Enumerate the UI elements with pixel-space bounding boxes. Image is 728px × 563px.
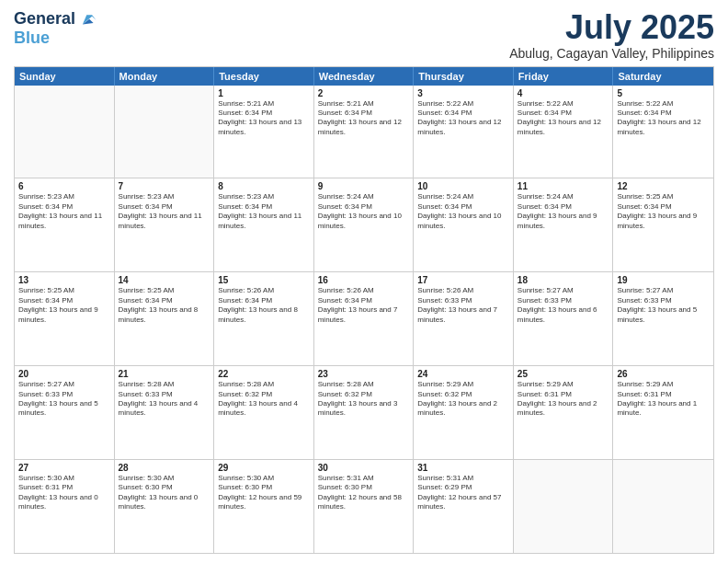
- daylight: Daylight: 13 hours and 2 minutes.: [518, 399, 609, 419]
- daylight: Daylight: 13 hours and 12 minutes.: [518, 118, 609, 137]
- sunrise: Sunrise: 5:24 AM: [417, 192, 509, 201]
- day-number: 7: [119, 181, 210, 191]
- sunset: Sunset: 6:32 PM: [417, 390, 509, 399]
- sunrise: Sunrise: 5:22 AM: [617, 99, 710, 109]
- header: General Blue July 2025 Abulug, Cagayan V…: [14, 9, 714, 61]
- sunrise: Sunrise: 5:31 AM: [417, 474, 509, 483]
- day-number: 5: [617, 88, 710, 98]
- daylight: Daylight: 13 hours and 12 minutes.: [617, 118, 710, 137]
- sunrise: Sunrise: 5:26 AM: [417, 286, 509, 295]
- cal-cell-5-5: 31Sunrise: 5:31 AMSunset: 6:29 PMDayligh…: [414, 460, 514, 553]
- sunset: Sunset: 6:34 PM: [218, 109, 310, 118]
- sunrise: Sunrise: 5:25 AM: [119, 286, 210, 295]
- day-number: 17: [417, 275, 509, 285]
- sunset: Sunset: 6:34 PM: [518, 109, 609, 118]
- sunrise: Sunrise: 5:22 AM: [417, 99, 509, 109]
- day-number: 6: [18, 181, 110, 191]
- cal-cell-1-6: 4Sunrise: 5:22 AMSunset: 6:34 PMDaylight…: [514, 86, 614, 178]
- logo-text-general: General: [14, 10, 75, 29]
- day-number: 10: [417, 181, 509, 191]
- sunrise: Sunrise: 5:30 AM: [218, 474, 310, 483]
- daylight: Daylight: 13 hours and 4 minutes.: [119, 399, 210, 419]
- sunrise: Sunrise: 5:28 AM: [218, 380, 310, 389]
- cal-cell-2-7: 12Sunrise: 5:25 AMSunset: 6:34 PMDayligh…: [613, 178, 713, 271]
- sunrise: Sunrise: 5:30 AM: [18, 474, 110, 483]
- header-tuesday: Tuesday: [214, 67, 314, 86]
- subtitle: Abulug, Cagayan Valley, Philippines: [509, 46, 714, 61]
- daylight: Daylight: 13 hours and 7 minutes.: [417, 305, 509, 325]
- cal-cell-3-4: 16Sunrise: 5:26 AMSunset: 6:34 PMDayligh…: [314, 272, 415, 365]
- header-friday: Friday: [514, 67, 614, 86]
- header-wednesday: Wednesday: [314, 67, 415, 86]
- sunrise: Sunrise: 5:21 AM: [218, 99, 310, 109]
- main-title: July 2025: [509, 9, 714, 46]
- cal-cell-5-7: [613, 460, 713, 553]
- sunset: Sunset: 6:30 PM: [218, 483, 310, 492]
- day-number: 27: [18, 463, 110, 473]
- day-number: 22: [218, 369, 310, 379]
- cal-cell-5-1: 27Sunrise: 5:30 AMSunset: 6:31 PMDayligh…: [15, 460, 115, 553]
- cal-cell-3-3: 15Sunrise: 5:26 AMSunset: 6:34 PMDayligh…: [214, 272, 314, 365]
- daylight: Daylight: 13 hours and 5 minutes.: [18, 399, 110, 419]
- daylight: Daylight: 13 hours and 7 minutes.: [318, 305, 410, 325]
- sunset: Sunset: 6:31 PM: [518, 390, 609, 399]
- cal-cell-4-5: 24Sunrise: 5:29 AMSunset: 6:32 PMDayligh…: [414, 366, 514, 459]
- sunrise: Sunrise: 5:25 AM: [18, 286, 110, 295]
- daylight: Daylight: 13 hours and 9 minutes.: [18, 305, 110, 325]
- day-number: 26: [617, 369, 710, 379]
- day-number: 23: [318, 369, 410, 379]
- sunset: Sunset: 6:33 PM: [119, 390, 210, 399]
- sunset: Sunset: 6:32 PM: [318, 390, 410, 399]
- daylight: Daylight: 13 hours and 0 minutes.: [119, 493, 210, 512]
- day-number: 24: [417, 369, 509, 379]
- sunrise: Sunrise: 5:23 AM: [119, 192, 210, 201]
- cal-row-1: 1Sunrise: 5:21 AMSunset: 6:34 PMDaylight…: [15, 86, 713, 178]
- sunrise: Sunrise: 5:24 AM: [518, 192, 609, 201]
- cal-cell-4-6: 25Sunrise: 5:29 AMSunset: 6:31 PMDayligh…: [514, 366, 614, 459]
- cal-cell-5-3: 29Sunrise: 5:30 AMSunset: 6:30 PMDayligh…: [214, 460, 314, 553]
- cal-cell-4-1: 20Sunrise: 5:27 AMSunset: 6:33 PMDayligh…: [15, 366, 115, 459]
- sunrise: Sunrise: 5:27 AM: [518, 286, 609, 295]
- sunset: Sunset: 6:30 PM: [119, 483, 210, 492]
- sunrise: Sunrise: 5:26 AM: [218, 286, 310, 295]
- daylight: Daylight: 13 hours and 11 minutes.: [119, 212, 210, 231]
- day-number: 15: [218, 275, 310, 285]
- logo-text-blue: Blue: [14, 29, 50, 48]
- day-number: 28: [119, 463, 210, 473]
- daylight: Daylight: 13 hours and 0 minutes.: [18, 493, 110, 512]
- cal-cell-2-5: 10Sunrise: 5:24 AMSunset: 6:34 PMDayligh…: [414, 178, 514, 271]
- daylight: Daylight: 13 hours and 1 minute.: [617, 399, 710, 419]
- cal-cell-1-1: [15, 86, 115, 178]
- cal-cell-4-3: 22Sunrise: 5:28 AMSunset: 6:32 PMDayligh…: [214, 366, 314, 459]
- sunrise: Sunrise: 5:26 AM: [318, 286, 410, 295]
- sunset: Sunset: 6:34 PM: [218, 296, 310, 305]
- sunset: Sunset: 6:34 PM: [518, 202, 609, 212]
- sunset: Sunset: 6:32 PM: [218, 390, 310, 399]
- daylight: Daylight: 13 hours and 10 minutes.: [318, 212, 410, 231]
- sunrise: Sunrise: 5:22 AM: [518, 99, 609, 109]
- cal-row-4: 20Sunrise: 5:27 AMSunset: 6:33 PMDayligh…: [15, 365, 713, 459]
- sunrise: Sunrise: 5:21 AM: [318, 99, 410, 109]
- daylight: Daylight: 13 hours and 8 minutes.: [218, 305, 310, 325]
- day-number: 4: [518, 88, 609, 98]
- day-number: 14: [119, 275, 210, 285]
- title-block: July 2025 Abulug, Cagayan Valley, Philip…: [509, 9, 714, 61]
- sunset: Sunset: 6:33 PM: [417, 296, 509, 305]
- daylight: Daylight: 13 hours and 3 minutes.: [318, 399, 410, 419]
- sunset: Sunset: 6:34 PM: [417, 202, 509, 212]
- sunrise: Sunrise: 5:28 AM: [119, 380, 210, 389]
- day-number: 18: [518, 275, 609, 285]
- cal-cell-2-6: 11Sunrise: 5:24 AMSunset: 6:34 PMDayligh…: [514, 178, 614, 271]
- day-number: 13: [18, 275, 110, 285]
- logo: General Blue: [14, 9, 97, 48]
- cal-cell-3-5: 17Sunrise: 5:26 AMSunset: 6:33 PMDayligh…: [414, 272, 514, 365]
- sunrise: Sunrise: 5:28 AM: [318, 380, 410, 389]
- day-number: 9: [318, 181, 410, 191]
- cal-cell-5-6: [514, 460, 614, 553]
- day-number: 30: [318, 463, 410, 473]
- sunset: Sunset: 6:34 PM: [218, 202, 310, 212]
- sunset: Sunset: 6:34 PM: [318, 109, 410, 118]
- daylight: Daylight: 13 hours and 11 minutes.: [18, 212, 110, 231]
- sunrise: Sunrise: 5:24 AM: [318, 192, 410, 201]
- sunset: Sunset: 6:33 PM: [518, 296, 609, 305]
